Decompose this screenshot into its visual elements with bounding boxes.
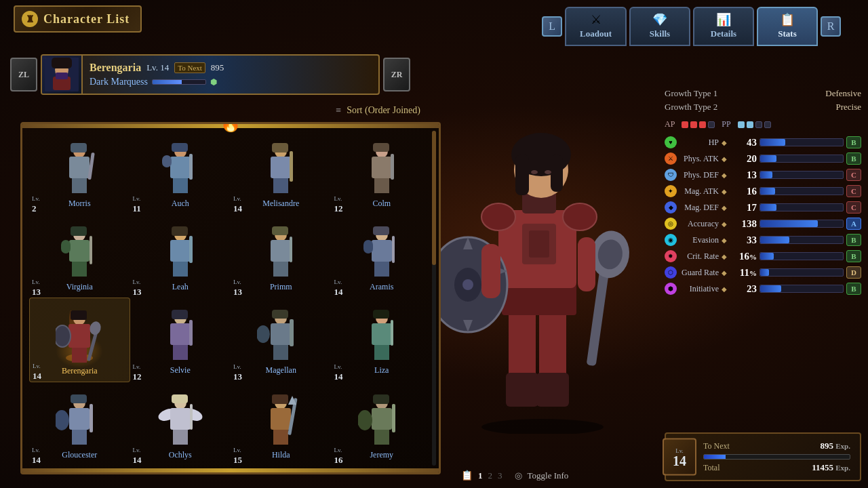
stat-arrow-eva: ◆: [722, 237, 727, 244]
tab-stats[interactable]: 📋 Stats: [757, 7, 818, 46]
sprite-aramis: [358, 226, 406, 281]
to-next-row: To Next 895 Exp.: [703, 441, 850, 451]
stat-row-matk: ✦ Mag. ATK ◆ 16 C: [665, 185, 861, 197]
stat-row-guard: ⬡ Guard Rate ◆ 11% D: [665, 266, 861, 279]
sprite-melisandre: [257, 143, 304, 197]
svg-rect-108: [529, 230, 549, 258]
growth-type-2-label: Growth Type 2: [665, 102, 717, 113]
char-name-row: Berengaria Lv. 14 To Next 895: [90, 62, 378, 74]
svg-rect-70: [372, 323, 392, 345]
to-next-exp-label: To Next: [703, 441, 730, 451]
stat-row-init: ⬢ Initiative ◆ 23 B: [665, 283, 861, 295]
char-cell-auch[interactable]: Lv. 11 Auch: [130, 131, 231, 214]
svg-rect-93: [373, 394, 389, 404]
char-portrait-inner: [45, 58, 79, 92]
svg-point-115: [545, 170, 551, 174]
title-box: ♜ Character List: [14, 5, 142, 33]
stat-grade-hp: B: [846, 136, 861, 148]
pp-gem-2: [747, 121, 753, 128]
svg-rect-27: [71, 226, 87, 236]
char-art-melisandre: [247, 136, 315, 197]
svg-rect-47: [392, 236, 395, 263]
stat-grade-mdef: C: [846, 201, 861, 214]
char-name-selvie: Selvie: [170, 365, 191, 375]
char-cell-magellan[interactable]: Lv. 13 Magellan: [231, 298, 332, 382]
lv-badge-melisandre: Lv. 14: [233, 196, 242, 214]
svg-rect-112: [515, 155, 529, 195]
char-cell-hilda[interactable]: Lv. 15 Hilda: [231, 382, 332, 466]
exp-lv-value: 14: [673, 453, 686, 467]
char-name: Berengaria: [90, 62, 141, 74]
svg-rect-43: [373, 226, 389, 235]
svg-rect-83: [170, 408, 191, 430]
char-name-melisandre: Melisandre: [262, 199, 299, 209]
svg-rect-36: [189, 236, 193, 263]
stat-label-eva: Evasion: [679, 235, 719, 245]
tab-details[interactable]: 📊 Details: [693, 7, 754, 46]
page-3[interactable]: 3: [498, 470, 502, 481]
growth-type-2-row: Growth Type 2 Precise: [665, 102, 861, 113]
char-art-auch: [146, 136, 214, 197]
lv-badge-berengaria: Lv. 14: [33, 363, 41, 382]
char-cell-aramis[interactable]: Lv. 14 Aramis: [332, 214, 433, 298]
tab-loadout[interactable]: ⚔ Loadout: [565, 7, 627, 46]
stat-value-patk: 20: [730, 153, 757, 165]
svg-rect-22: [373, 143, 389, 152]
char-cell-colm[interactable]: Lv. 12 Colm: [332, 131, 433, 214]
pp-gem-4: [764, 121, 771, 128]
char-art-aramis: [348, 220, 416, 281]
exp-content: To Next 895 Exp. Total 11455 Exp.: [703, 441, 850, 473]
svg-rect-35: [173, 262, 188, 277]
page-2[interactable]: 2: [488, 470, 493, 481]
exp-bar-fill: [704, 455, 726, 459]
char-name-jeremy: Jeremy: [370, 450, 393, 460]
char-cell-gloucester[interactable]: Lv. 14 Gloucester: [29, 382, 130, 466]
svg-rect-51: [71, 310, 87, 320]
zr-button[interactable]: ZR: [383, 58, 410, 92]
lv-badge-jeremy: Lv. 16: [334, 447, 343, 466]
svg-rect-102: [536, 373, 569, 407]
growth-type-1-label: Growth Type 1: [665, 88, 717, 99]
char-grid-container: 🔥 Lv. 2 Morris: [20, 122, 441, 474]
char-cell-leah[interactable]: Lv. 13 Leah: [130, 214, 231, 298]
stat-arrow-acc: ◆: [722, 220, 727, 228]
char-cell-selvie[interactable]: Lv. 12 Selvie: [130, 298, 231, 382]
char-cell-morris[interactable]: Lv. 2 Morris: [29, 131, 130, 214]
char-cell-melisandre[interactable]: Lv. 14 Melisandre: [231, 131, 332, 214]
char-cell-berengaria[interactable]: Lv. 14 Berengaria: [29, 298, 130, 382]
sprite-morris: [56, 143, 103, 197]
stat-bar-fill-crit: [760, 253, 774, 260]
tab-skills[interactable]: 💎 Skills: [629, 7, 690, 46]
char-cell-primm[interactable]: Lv. 13 Primm: [231, 214, 332, 298]
stat-bar-eva: [760, 236, 844, 244]
tab-loadout-label: Loadout: [580, 28, 612, 39]
page-1[interactable]: 1: [478, 470, 483, 481]
svg-rect-39: [271, 240, 291, 262]
exp-panel: Lv. 14 To Next 895 Exp. Total 11455 Exp.: [665, 432, 861, 481]
stat-arrow-patk: ◆: [722, 155, 727, 163]
char-art-virginia: [45, 220, 113, 281]
svg-rect-63: [272, 310, 288, 319]
svg-rect-8: [72, 178, 87, 193]
nav-left-arrow[interactable]: L: [542, 16, 562, 37]
svg-point-54: [56, 325, 71, 347]
nav-right-arrow[interactable]: R: [821, 16, 841, 37]
char-name-morris: Morris: [68, 199, 91, 209]
exp-bar: [703, 454, 850, 460]
char-cell-virginia[interactable]: Lv. 13 Virginia: [29, 214, 130, 298]
sprite-colm: [358, 143, 406, 197]
stat-bar-patk: [760, 155, 844, 163]
stat-value-guard: 11%: [730, 267, 757, 279]
svg-rect-76: [72, 430, 87, 445]
svg-rect-28: [69, 240, 90, 262]
zl-button[interactable]: ZL: [10, 58, 37, 92]
sort-label[interactable]: Sort (Order Joined): [347, 105, 420, 116]
char-name-hilda: Hilda: [272, 450, 290, 460]
char-cell-liza[interactable]: Lv. 14 Liza: [332, 298, 433, 382]
toggle-info-button[interactable]: Toggle Info: [528, 470, 569, 481]
char-art-leah: [146, 220, 214, 281]
sprite-selvie: [157, 310, 204, 364]
char-cell-jeremy[interactable]: Lv. 16 Jeremy: [332, 382, 433, 466]
svg-rect-15: [189, 154, 193, 180]
char-cell-ochlys[interactable]: Lv. 14 Ochlys: [130, 382, 231, 466]
